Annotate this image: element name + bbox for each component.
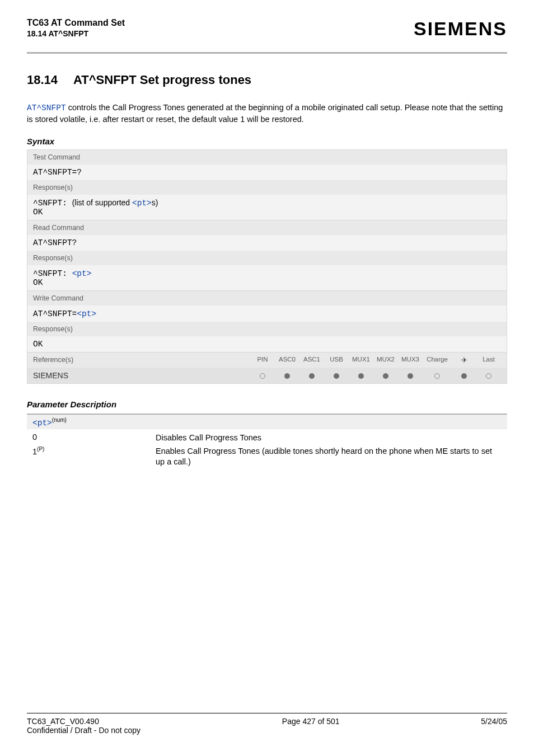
dot-mux2 [373,371,398,380]
section-heading: 18.14AT^SNFPT Set progress tones [27,73,507,87]
dot-last [476,371,501,380]
intro-text: controls the Call Progress Tones generat… [27,103,503,124]
ref-col-charge: Charge [423,356,452,364]
test-response-body: ^SNFPT: (list of supported <pt>s) OK [27,195,507,220]
circle-empty-icon [434,373,440,379]
reference-value-row: SIEMENS [27,368,507,383]
dot-mux3 [398,371,423,380]
circle-filled-icon [284,373,290,379]
param-val-1: Enables Call Progress Tones (audible ton… [156,445,502,469]
syntax-label: Syntax [27,137,507,146]
parameter-block: <pt>(num) 0 Disables Call Progress Tones… [27,414,507,469]
dot-airplane [452,371,476,380]
write-command-code: AT^SNFPT=<pt> [27,306,507,322]
reference-columns: PIN ASC0 ASC1 USB MUX1 MUX2 MUX3 Charge … [250,356,501,364]
parameter-description-label: Parameter Description [27,400,507,409]
ref-col-usb: USB [324,356,349,364]
dot-asc1 [299,371,324,380]
siemens-logo: SIEMENS [414,18,507,40]
airplane-icon: ✈ [452,356,476,364]
param-row-0: 0 Disables Call Progress Tones [32,431,502,445]
circle-filled-icon [309,373,315,379]
write-response-head: Response(s) [27,322,507,336]
param-row-1: 1(P) Enables Call Progress Tones (audibl… [32,445,502,469]
reference-header-row: Reference(s) PIN ASC0 ASC1 USB MUX1 MUX2… [27,352,507,368]
footer-confidential: Confidential / Draft - Do not copy [27,726,140,735]
test-command-head: Test Command [27,150,507,165]
header-left: TC63 AT Command Set 18.14 AT^SNFPT [27,18,125,38]
footer-left: TC63_ATC_V00.490 Confidential / Draft - … [27,717,140,735]
ref-col-asc0: ASC0 [275,356,299,364]
test-command-code: AT^SNFPT=? [27,165,507,180]
circle-filled-icon [334,373,339,379]
circle-filled-icon [407,373,413,379]
write-code-prefix: AT^SNFPT= [33,309,77,318]
page-footer: TC63_ATC_V00.490 Confidential / Draft - … [27,713,507,735]
footer-docver: TC63_ATC_V00.490 [27,717,140,726]
read-command-code: AT^SNFPT? [27,235,507,251]
section-number: 18.14 [27,73,58,87]
page-header: TC63 AT Command Set 18.14 AT^SNFPT SIEME… [0,0,534,46]
reference-dots [250,371,501,380]
test-response-ok: OK [33,208,501,217]
read-response-ok: OK [33,278,501,287]
pt-param-link[interactable]: <pt> [72,269,92,278]
dot-pin [250,371,275,380]
param-key-1-value: 1 [32,447,37,456]
test-response-prefix: ^SNFPT: [33,199,72,208]
circle-filled-icon [383,373,388,379]
circle-empty-icon [260,373,265,379]
param-key-1-sup: (P) [37,446,44,452]
footer-page: Page 427 of 501 [282,717,340,735]
doc-subtitle: 18.14 AT^SNFPT [27,29,125,38]
read-response-prefix: ^SNFPT: [33,269,72,278]
ref-col-mux3: MUX3 [398,356,423,364]
test-response-before: (list of supported [72,198,132,207]
dot-asc0 [275,371,299,380]
parameter-name-row: <pt>(num) [27,415,507,430]
circle-filled-icon [461,373,467,379]
param-val-0: Disables Call Progress Tones [156,431,502,445]
doc-title: TC63 AT Command Set [27,18,125,28]
circle-filled-icon [358,373,364,379]
write-command-head: Write Command [27,290,507,306]
section-title: AT^SNFPT Set progress tones [73,73,251,87]
read-command-head: Read Command [27,220,507,235]
reference-vendor: SIEMENS [33,371,68,380]
pt-param-link[interactable]: <pt> [77,309,96,318]
dot-charge [423,371,452,380]
page-content: 18.14AT^SNFPT Set progress tones AT^SNFP… [0,54,534,469]
circle-empty-icon [486,373,491,379]
dot-usb [324,371,349,380]
at-command-link[interactable]: AT^SNFPT [27,104,66,112]
ref-col-pin: PIN [250,356,275,364]
pt-param-sup: (num) [52,417,67,423]
pt-param-link[interactable]: <pt> [132,199,152,208]
write-response-ok: OK [27,336,507,352]
param-key-0: 0 [32,431,156,445]
parameter-table: 0 Disables Call Progress Tones 1(P) Enab… [27,429,507,469]
intro-paragraph: AT^SNFPT controls the Call Progress Tone… [27,102,507,125]
read-response-body: ^SNFPT: <pt> OK [27,265,507,290]
ref-col-mux1: MUX1 [349,356,373,364]
ref-col-asc1: ASC1 [299,356,324,364]
syntax-block: Test Command AT^SNFPT=? Response(s) ^SNF… [27,149,507,384]
read-response-head: Response(s) [27,251,507,265]
test-response-after: s) [152,198,158,207]
footer-date: 5/24/05 [481,717,507,735]
dot-mux1 [349,371,373,380]
reference-label: Reference(s) [33,356,73,364]
pt-param-name[interactable]: <pt> [32,418,52,427]
ref-col-last: Last [476,356,501,364]
param-key-1: 1(P) [32,445,156,469]
ref-col-mux2: MUX2 [373,356,398,364]
test-response-head: Response(s) [27,180,507,195]
